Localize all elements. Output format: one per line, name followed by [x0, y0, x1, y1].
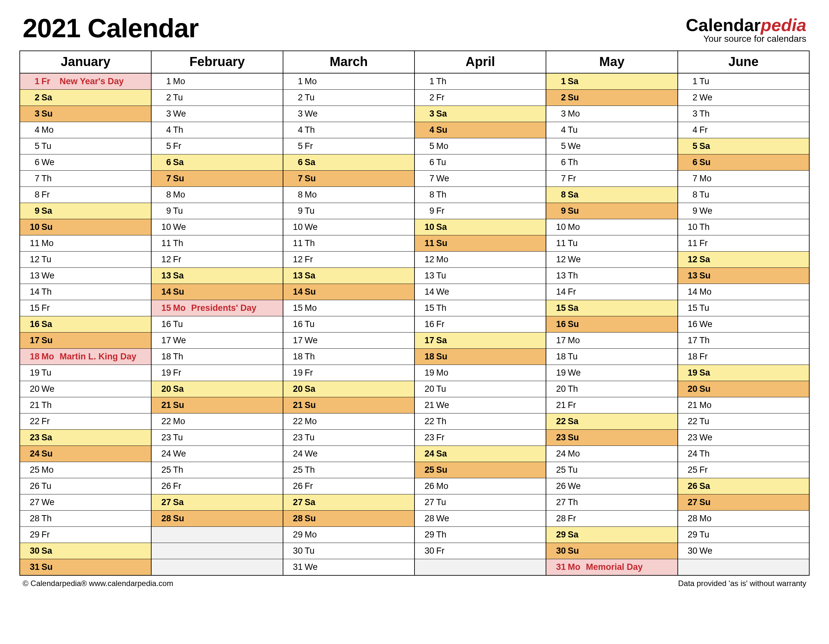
day-number: 4 [419, 126, 436, 134]
day-cell: 21Mo [678, 397, 809, 414]
day-number: 2 [682, 93, 700, 102]
day-cell: 29Sa [546, 527, 678, 543]
day-number: 15 [24, 304, 41, 312]
day-number: 25 [156, 466, 173, 474]
day-number: 26 [419, 482, 436, 491]
day-of-week: Su [568, 320, 585, 329]
day-cell [414, 559, 546, 576]
day-cell: 2Su [546, 90, 678, 106]
day-of-week: Sa [700, 142, 716, 151]
day-of-week: Fr [700, 126, 716, 134]
day-of-week: Sa [41, 546, 58, 555]
day-cell: 6Th [546, 154, 678, 171]
day-cell: 12Fr [151, 252, 283, 268]
day-cell: 28We [414, 510, 546, 527]
day-number: 11 [419, 239, 436, 248]
day-number: 17 [682, 336, 700, 345]
day-of-week: We [41, 385, 58, 394]
day-cell: 9We [678, 203, 809, 219]
day-number: 28 [419, 514, 436, 523]
day-of-week: We [173, 449, 190, 458]
day-cell: 7We [414, 171, 546, 187]
day-number: 16 [682, 320, 700, 329]
day-cell [151, 559, 283, 576]
day-cell: 20We [20, 381, 151, 397]
day-of-week: Th [568, 385, 585, 394]
day-of-week: Tu [41, 368, 58, 377]
day-of-week: Sa [436, 109, 453, 118]
day-number: 16 [419, 320, 436, 329]
day-of-week: Th [173, 352, 190, 361]
day-number: 18 [24, 352, 41, 361]
day-cell: 5Tu [20, 138, 151, 154]
day-cell: 12Sa [678, 252, 809, 268]
day-number: 11 [682, 239, 700, 248]
day-of-week: Sa [173, 271, 190, 280]
day-number: 22 [550, 417, 568, 426]
day-of-week: Sa [700, 482, 716, 491]
day-of-week: Sa [436, 449, 453, 458]
day-of-week: Su [436, 466, 453, 474]
day-cell: 15Sa [546, 300, 678, 316]
day-cell: 25Th [151, 462, 283, 478]
footer: © Calendarpedia® www.calendarpedia.com D… [19, 576, 810, 588]
day-number: 22 [156, 417, 173, 426]
day-of-week: Tu [436, 271, 453, 280]
day-number: 2 [550, 93, 568, 102]
day-of-week: Su [568, 546, 585, 555]
day-number: 5 [682, 142, 700, 151]
day-number: 25 [287, 466, 305, 474]
day-cell: 17We [283, 332, 414, 349]
day-number: 5 [419, 142, 436, 151]
day-cell: 4Th [151, 122, 283, 138]
day-number: 28 [24, 514, 41, 523]
logo-subtitle: Your source for calendars [686, 34, 806, 43]
day-of-week: Mo [41, 239, 58, 248]
day-number: 7 [682, 174, 700, 183]
day-number: 4 [287, 126, 305, 134]
day-number: 30 [550, 546, 568, 555]
day-cell: 19Tu [20, 365, 151, 381]
day-cell: 2Tu [283, 90, 414, 106]
day-of-week: Sa [568, 77, 585, 86]
day-cell: 13We [20, 268, 151, 284]
day-number: 11 [156, 239, 173, 248]
day-cell: 13Tu [414, 268, 546, 284]
day-of-week: We [700, 206, 716, 215]
day-number: 3 [24, 109, 41, 118]
day-cell: 8Tu [678, 187, 809, 203]
month-header: June [678, 51, 809, 73]
day-cell: 26Fr [283, 478, 414, 494]
header: 2021 Calendar Calendarpedia Your source … [19, 13, 810, 43]
day-number: 19 [419, 368, 436, 377]
day-of-week: We [41, 498, 58, 507]
day-of-week: Mo [700, 174, 716, 183]
day-of-week: Th [305, 239, 322, 248]
day-of-week: Mo [305, 417, 322, 426]
day-cell: 24We [151, 446, 283, 462]
footer-disclaimer: Data provided 'as is' without warranty [678, 579, 806, 588]
day-cell: 28Th [20, 510, 151, 527]
day-number: 20 [550, 385, 568, 394]
day-of-week: We [173, 223, 190, 231]
day-of-week: Su [700, 271, 716, 280]
day-of-week: Th [568, 498, 585, 507]
day-number: 26 [156, 482, 173, 491]
day-of-week: Su [700, 385, 716, 394]
month-header: April [414, 51, 546, 73]
day-of-week: Fr [41, 191, 58, 199]
day-of-week: Mo [436, 368, 453, 377]
day-of-week: Tu [173, 433, 190, 442]
day-of-week: Mo [700, 288, 716, 296]
day-of-week: Sa [568, 531, 585, 539]
day-of-week: Th [41, 174, 58, 183]
day-of-week: Fr [305, 142, 322, 151]
day-number: 27 [156, 498, 173, 507]
day-of-week: Tu [305, 433, 322, 442]
day-cell: 15Mo [283, 300, 414, 316]
day-cell: 31Su [20, 559, 151, 576]
day-cell: 19Mo [414, 365, 546, 381]
day-cell: 11Th [151, 235, 283, 252]
page-title: 2021 Calendar [23, 13, 199, 43]
day-of-week: Su [41, 109, 58, 118]
